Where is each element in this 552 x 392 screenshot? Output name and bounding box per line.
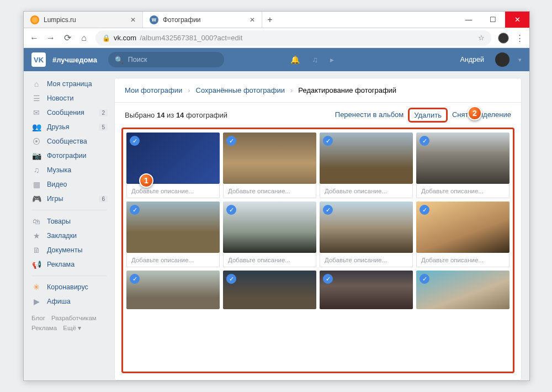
close-button[interactable]: ✕ [505, 12, 529, 28]
move-to-album-link[interactable]: Перенести в альбом [335, 110, 404, 120]
photo-cell: ✓Добавьте описание... [320, 202, 413, 267]
browser-window: Lumpics.ru ✕ w Фотографии ✕ + — ☐ ✕ ← → … [23, 11, 530, 381]
check-icon[interactable]: ✓ [420, 136, 429, 146]
description-input[interactable]: Добавьте описание... [320, 184, 413, 198]
reload-icon[interactable]: ⟳ [62, 33, 72, 43]
minimize-button[interactable]: — [457, 12, 481, 28]
search-input[interactable]: 🔍 Поиск [108, 52, 224, 67]
notifications-icon[interactable]: 🔔 [290, 55, 300, 64]
nav-back-icon[interactable]: ← [29, 33, 39, 43]
footer-link[interactable]: Блог [31, 315, 45, 321]
description-input[interactable]: Добавьте описание... [416, 253, 509, 267]
header-icons: 🔔 ♫ ▸ [290, 55, 334, 64]
browser-tab-vk[interactable]: w Фотографии ✕ [143, 12, 262, 28]
sidebar-item-corona[interactable]: ✳Коронавирус [24, 280, 114, 294]
url-path: /album432567381_000?act=edit [140, 34, 242, 42]
sidebar-item-messages[interactable]: ✉Сообщения2 [24, 105, 114, 120]
check-icon[interactable]: ✓ [420, 274, 429, 284]
sidebar-item-docs[interactable]: 🗎Документы [24, 243, 114, 257]
home-icon: ⌂ [31, 80, 41, 88]
browser-tab-lumpics[interactable]: Lumpics.ru ✕ [24, 12, 143, 28]
sidebar-item-market[interactable]: 🛍Товары [24, 214, 114, 229]
description-input[interactable]: Добавьте описание... [223, 253, 316, 267]
photo-thumb[interactable]: ✓ [223, 271, 316, 309]
sidebar-item-afisha[interactable]: ▶Афиша [24, 294, 114, 309]
sidebar-item-label: Коронавирус [47, 283, 88, 291]
sidebar-item-ads[interactable]: 📢Реклама [24, 257, 114, 272]
footer-link[interactable]: Ещё ▾ [63, 325, 81, 331]
sidebar-item-games[interactable]: 🎮Игры6 [24, 192, 114, 206]
sidebar-item-label: Закладки [47, 232, 77, 240]
check-icon[interactable]: ✓ [226, 205, 236, 215]
delete-link[interactable]: Удалить [408, 108, 448, 123]
photo-thumb[interactable]: ✓ [126, 271, 220, 309]
sidebar-item-label: Музыка [47, 166, 71, 174]
description-input[interactable]: Добавьте описание... [320, 253, 413, 267]
check-icon[interactable]: ✓ [226, 136, 236, 146]
description-input[interactable]: Добавьте описание... [416, 184, 509, 198]
url-host: vk.com [114, 34, 136, 42]
check-icon[interactable]: ✓ [323, 274, 333, 284]
close-icon[interactable]: ✕ [130, 16, 136, 24]
player-icon[interactable]: ▸ [330, 55, 334, 64]
description-input[interactable]: Добавьте описание... [223, 184, 316, 198]
breadcrumb-link[interactable]: Мои фотографии [125, 86, 182, 94]
description-input[interactable]: Добавьте описание... [126, 253, 220, 267]
sidebar-item-bookmarks[interactable]: ★Закладки [24, 229, 114, 243]
check-icon[interactable]: ✓ [323, 205, 333, 215]
badge: 2 [99, 109, 108, 116]
music-icon[interactable]: ♫ [312, 55, 318, 64]
photo-thumb[interactable]: ✓ [416, 202, 509, 253]
profile-avatar[interactable] [498, 33, 509, 44]
badge: 6 [99, 195, 108, 203]
sidebar-item-label: Сообщения [47, 109, 84, 116]
photo-thumb[interactable]: ✓ [126, 202, 220, 253]
header-username[interactable]: Андрей [460, 56, 484, 63]
photo-cell: ✓ [223, 271, 316, 309]
description-input[interactable]: Добавьте описание... [126, 184, 220, 198]
photo-thumb[interactable]: ✓ [320, 133, 413, 184]
sidebar-item-friends[interactable]: 👥Друзья5 [24, 120, 114, 134]
photo-cell: ✓Добавьте описание... [416, 202, 509, 267]
footer-link[interactable]: Реклама [31, 325, 57, 331]
photo-thumb[interactable]: ✓ [416, 133, 509, 184]
sidebar-item-photos[interactable]: 📷Фотографии [24, 149, 114, 163]
photo-thumb[interactable]: ✓ [223, 133, 316, 184]
photo-grid: ✓Добавьте описание...✓Добавьте описание.… [126, 133, 509, 309]
check-icon[interactable]: ✓ [130, 136, 140, 146]
afisha-icon: ▶ [31, 297, 41, 306]
search-placeholder: Поиск [128, 56, 147, 63]
footer-link[interactable]: Разработчикам [51, 315, 97, 321]
new-tab-button[interactable]: + [262, 12, 278, 28]
tab-title: Фотографии [163, 16, 245, 24]
check-icon[interactable]: ✓ [323, 136, 333, 146]
bookmark-star-icon[interactable]: ☆ [478, 34, 485, 42]
maximize-button[interactable]: ☐ [481, 12, 505, 28]
chevron-down-icon[interactable]: ▾ [518, 56, 522, 63]
home-icon[interactable]: ⌂ [79, 33, 89, 43]
sidebar-item-video[interactable]: ▦Видео [24, 177, 114, 192]
sidebar-item-news[interactable]: ☰Новости [24, 91, 114, 105]
check-icon[interactable]: ✓ [420, 205, 429, 215]
photo-thumb[interactable]: ✓ [416, 271, 509, 309]
photo-thumb[interactable]: ✓ [320, 271, 413, 309]
check-icon[interactable]: ✓ [130, 205, 140, 215]
sidebar-item-groups[interactable]: ⦿Сообщества [24, 134, 114, 149]
sidebar-item-label: Видео [47, 181, 67, 188]
photo-thumb[interactable]: ✓ [223, 202, 316, 253]
nav-forward-icon[interactable]: → [46, 33, 56, 43]
photo-thumb[interactable]: ✓ [320, 202, 413, 253]
sidebar-item-home[interactable]: ⌂Моя страница [24, 77, 114, 91]
vk-hashtag[interactable]: #лучшедома [52, 56, 97, 64]
close-icon[interactable]: ✕ [250, 16, 255, 24]
vk-logo[interactable]: VK [31, 52, 46, 67]
sidebar-item-music[interactable]: ♫Музыка [24, 163, 114, 177]
address-bar[interactable]: 🔒 vk.com/album432567381_000?act=edit ☆ [95, 30, 491, 46]
breadcrumb-link[interactable]: Сохранённые фотографии [196, 86, 285, 94]
browser-menu-icon[interactable]: ⋮ [516, 33, 524, 43]
lock-icon: 🔒 [102, 34, 110, 42]
divider [31, 276, 107, 276]
check-icon[interactable]: ✓ [226, 274, 236, 284]
header-avatar[interactable] [495, 52, 509, 67]
check-icon[interactable]: ✓ [130, 274, 140, 284]
